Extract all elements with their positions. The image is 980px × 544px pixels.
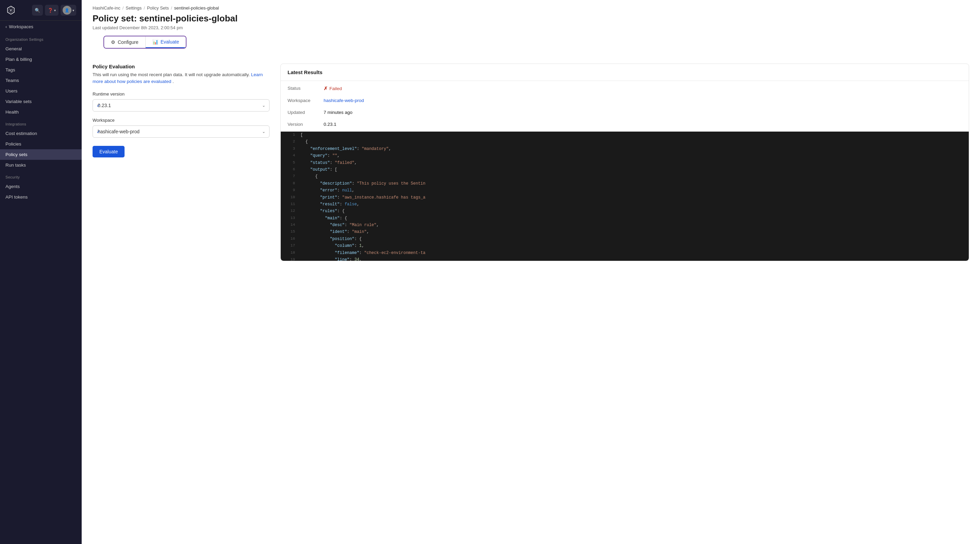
content-area: Policy Evaluation This will run using th… <box>82 63 980 544</box>
sidebar-item-label: Cost estimation <box>5 131 37 136</box>
evaluate-button[interactable]: Evaluate <box>92 146 124 157</box>
main-content: HashiCafe-inc / Settings / Policy Sets /… <box>82 0 980 544</box>
sidebar-item-label: Users <box>5 89 18 94</box>
breadcrumb-current: sentinel-policies-global <box>174 5 219 11</box>
tab-configure[interactable]: ⚙ Configure <box>104 36 146 48</box>
code-line-6: 6 "output": [ <box>281 166 969 173</box>
tab-evaluate[interactable]: 📊 Evaluate <box>146 36 186 48</box>
gear-icon: ⚙ <box>111 40 115 45</box>
security-section-label: Security <box>0 170 82 181</box>
sidebar-item-general[interactable]: General <box>0 43 82 54</box>
sidebar-item-tags[interactable]: Tags <box>0 65 82 75</box>
sidebar-item-policy-sets[interactable]: Policy sets <box>0 149 82 160</box>
sidebar-item-agents[interactable]: Agents <box>0 181 82 192</box>
page-subtitle: Last updated December 8th 2023, 2:00:54 … <box>82 25 980 36</box>
sidebar-item-api-tokens[interactable]: API tokens <box>0 192 82 202</box>
sidebar-item-label: Teams <box>5 78 19 83</box>
code-line-15: 15 "ident": "main", <box>281 228 969 235</box>
sidebar-item-run-tasks[interactable]: Run tasks <box>0 160 82 170</box>
runtime-version-wrapper: ✓ 0.23.1 ⌄ <box>92 99 269 111</box>
code-line-12: 12 "rules": { <box>281 208 969 214</box>
code-line-18: 18 "filename": "check-ec2-environment-ta <box>281 249 969 256</box>
results-row-workspace: Workspace hashicafe-web-prod <box>281 95 969 106</box>
sidebar-item-label: Run tasks <box>5 163 26 168</box>
sidebar-item-plan-billing[interactable]: Plan & billing <box>0 54 82 65</box>
sidebar-item-label: General <box>5 46 22 51</box>
chart-icon: 📊 <box>153 39 158 44</box>
breadcrumb-sep-2: / <box>143 5 145 11</box>
sidebar-item-health[interactable]: Health <box>0 107 82 117</box>
sidebar-item-label: Policy sets <box>5 152 27 157</box>
runtime-version-label: Runtime version <box>92 92 269 97</box>
code-line-19: 19 "line": 34, <box>281 256 969 261</box>
updated-label: Updated <box>288 110 318 115</box>
workspace-results-value[interactable]: hashicafe-web-prod <box>324 98 364 103</box>
tab-evaluate-label: Evaluate <box>161 39 179 44</box>
workspaces-label: Workspaces <box>9 24 33 29</box>
breadcrumb-sep-3: / <box>171 5 172 11</box>
status-value: ✗ Failed <box>324 86 342 91</box>
sidebar-item-cost-estimation[interactable]: Cost estimation <box>0 128 82 139</box>
sidebar-item-label: Policies <box>5 141 21 146</box>
code-line-13: 13 "main": { <box>281 215 969 222</box>
sidebar-item-label: Tags <box>5 67 15 73</box>
results-row-updated: Updated 7 minutes ago <box>281 106 969 118</box>
right-panel: Latest Results Status ✗ Failed Workspace… <box>280 63 969 544</box>
sidebar-item-policies[interactable]: Policies <box>0 139 82 149</box>
sidebar-workspaces-link[interactable]: ‹ Workspaces <box>0 21 82 33</box>
code-line-2: 2 { <box>281 138 969 145</box>
x-icon: ✗ <box>324 86 328 91</box>
code-line-8: 8 "description": "This policy uses the S… <box>281 180 969 187</box>
integrations-section-label: Integrations <box>0 117 82 128</box>
workspace-field-label: Workspace <box>92 117 269 123</box>
updated-value: 7 minutes ago <box>324 110 353 115</box>
code-line-4: 4 "query": "", <box>281 152 969 159</box>
check-icon-runtime: ✓ <box>97 103 101 108</box>
hashicorp-logo <box>5 5 16 16</box>
code-output-block[interactable]: 1 [ 2 { 3 "enforcement_level": "mandator… <box>281 132 969 261</box>
breadcrumb-settings[interactable]: Settings <box>126 5 142 11</box>
runtime-version-select[interactable]: 0.23.1 <box>92 99 269 111</box>
breadcrumb-hashicafe[interactable]: HashiCafe-inc <box>92 5 121 11</box>
sidebar-item-label: Health <box>5 109 19 114</box>
search-button[interactable]: 🔍 <box>32 5 43 16</box>
policy-evaluation-title: Policy Evaluation <box>92 63 269 69</box>
workspace-wrapper: ✓ hashicafe-web-prod ⌄ <box>92 125 269 138</box>
sidebar-item-label: Variable sets <box>5 99 32 104</box>
code-line-17: 17 "column": 1, <box>281 243 969 249</box>
sidebar-item-teams[interactable]: Teams <box>0 75 82 86</box>
code-line-11: 11 "result": false, <box>281 201 969 208</box>
user-menu-button[interactable]: 👤 ▾ <box>60 5 76 16</box>
sidebar-item-label: API tokens <box>5 195 27 200</box>
sidebar-header-icons: 🔍 ❓ ▾ 👤 ▾ <box>32 5 76 16</box>
code-line-10: 10 "print": "aws_instance.hashicafe has … <box>281 194 969 201</box>
workspace-results-label: Workspace <box>288 98 318 103</box>
code-line-7: 7 { <box>281 173 969 180</box>
code-line-16: 16 "position": { <box>281 236 969 243</box>
results-row-status: Status ✗ Failed <box>281 82 969 95</box>
sidebar: 🔍 ❓ ▾ 👤 ▾ ‹ Workspaces Organization Sett… <box>0 0 82 544</box>
tabs-container: ⚙ Configure 📊 Evaluate <box>103 36 186 49</box>
status-label: Status <box>288 86 318 91</box>
results-table: Status ✗ Failed Workspace hashicafe-web-… <box>281 81 969 132</box>
left-panel: Policy Evaluation This will run using th… <box>92 63 269 544</box>
sidebar-item-users[interactable]: Users <box>0 86 82 96</box>
sidebar-item-variable-sets[interactable]: Variable sets <box>0 96 82 107</box>
help-button[interactable]: ❓ ▾ <box>45 5 59 16</box>
results-header: Latest Results <box>281 64 969 81</box>
org-settings-section-label: Organization Settings <box>0 33 82 43</box>
check-icon-workspace: ✓ <box>97 129 101 134</box>
tab-configure-label: Configure <box>118 40 138 45</box>
breadcrumb: HashiCafe-inc / Settings / Policy Sets /… <box>82 0 980 13</box>
results-card: Latest Results Status ✗ Failed Workspace… <box>280 63 969 261</box>
breadcrumb-policy-sets[interactable]: Policy Sets <box>147 5 169 11</box>
chevron-left-icon: ‹ <box>5 24 7 29</box>
version-value: 0.23.1 <box>324 122 337 127</box>
avatar: 👤 <box>63 6 72 14</box>
sidebar-item-label: Plan & billing <box>5 57 32 62</box>
policy-evaluation-desc: This will run using the most recent plan… <box>92 71 269 85</box>
sidebar-item-label: Agents <box>5 184 20 189</box>
code-line-5: 5 "status": "failed", <box>281 159 969 166</box>
code-line-3: 3 "enforcement_level": "mandatory", <box>281 146 969 152</box>
workspace-select[interactable]: hashicafe-web-prod <box>92 125 269 138</box>
